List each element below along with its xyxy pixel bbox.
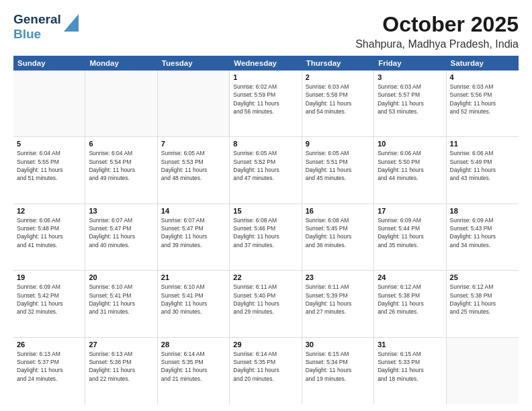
cell-info: Sunrise: 6:15 AM Sunset: 5:34 PM Dayligh…	[306, 350, 370, 383]
cell-info: Sunrise: 6:04 AM Sunset: 5:54 PM Dayligh…	[89, 149, 153, 182]
svg-marker-0	[64, 14, 79, 32]
cell-info: Sunrise: 6:05 AM Sunset: 5:53 PM Dayligh…	[161, 149, 226, 182]
cell-info: Sunrise: 6:05 AM Sunset: 5:51 PM Dayligh…	[306, 149, 370, 182]
calendar-cell: 27Sunrise: 6:13 AM Sunset: 5:36 PM Dayli…	[85, 338, 157, 404]
calendar-row: 1Sunrise: 6:02 AM Sunset: 5:59 PM Daylig…	[13, 71, 519, 137]
cell-info: Sunrise: 6:03 AM Sunset: 5:56 PM Dayligh…	[450, 83, 515, 116]
day-header-monday: Monday	[85, 56, 157, 71]
calendar-cell: 10Sunrise: 6:06 AM Sunset: 5:50 PM Dayli…	[374, 137, 446, 203]
cell-info: Sunrise: 6:14 AM Sunset: 5:35 PM Dayligh…	[161, 350, 226, 383]
cell-info: Sunrise: 6:05 AM Sunset: 5:52 PM Dayligh…	[233, 149, 298, 182]
cell-info: Sunrise: 6:08 AM Sunset: 5:46 PM Dayligh…	[233, 216, 298, 249]
subtitle: Shahpura, Madhya Pradesh, India	[355, 38, 519, 50]
cell-day-number: 8	[233, 140, 298, 148]
calendar-cell: 13Sunrise: 6:07 AM Sunset: 5:47 PM Dayli…	[85, 204, 157, 270]
calendar-cell: 1Sunrise: 6:02 AM Sunset: 5:59 PM Daylig…	[230, 71, 302, 136]
cell-info: Sunrise: 6:06 AM Sunset: 5:50 PM Dayligh…	[378, 149, 442, 182]
cell-day-number: 29	[233, 340, 298, 349]
calendar-cell	[13, 71, 85, 136]
cell-day-number: 6	[89, 140, 153, 148]
calendar-cell	[85, 71, 157, 136]
cell-info: Sunrise: 6:07 AM Sunset: 5:47 PM Dayligh…	[89, 216, 153, 249]
calendar-cell: 8Sunrise: 6:05 AM Sunset: 5:52 PM Daylig…	[230, 137, 302, 203]
calendar-cell: 11Sunrise: 6:06 AM Sunset: 5:49 PM Dayli…	[447, 137, 519, 203]
cell-day-number: 19	[17, 273, 81, 281]
logo-blue: Blue	[13, 27, 61, 42]
cell-day-number: 3	[378, 73, 442, 81]
calendar-cell: 28Sunrise: 6:14 AM Sunset: 5:35 PM Dayli…	[158, 338, 230, 404]
title-block: October 2025 Shahpura, Madhya Pradesh, I…	[355, 12, 519, 50]
day-header-friday: Friday	[374, 56, 446, 71]
cell-day-number: 15	[233, 207, 298, 215]
cell-day-number: 5	[17, 140, 81, 148]
cell-info: Sunrise: 6:04 AM Sunset: 5:55 PM Dayligh…	[17, 149, 81, 182]
cell-day-number: 13	[89, 207, 153, 215]
cell-day-number: 23	[306, 273, 370, 281]
calendar-cell: 17Sunrise: 6:09 AM Sunset: 5:44 PM Dayli…	[374, 204, 446, 270]
cell-info: Sunrise: 6:02 AM Sunset: 5:59 PM Dayligh…	[233, 83, 298, 116]
calendar-row: 12Sunrise: 6:06 AM Sunset: 5:48 PM Dayli…	[13, 204, 519, 271]
day-header-wednesday: Wednesday	[230, 56, 302, 71]
cell-info: Sunrise: 6:03 AM Sunset: 5:57 PM Dayligh…	[378, 83, 442, 116]
calendar-cell: 16Sunrise: 6:08 AM Sunset: 5:45 PM Dayli…	[302, 204, 374, 270]
calendar-row: 19Sunrise: 6:09 AM Sunset: 5:42 PM Dayli…	[13, 271, 519, 337]
cell-info: Sunrise: 6:09 AM Sunset: 5:42 PM Dayligh…	[17, 283, 81, 316]
calendar-cell: 19Sunrise: 6:09 AM Sunset: 5:42 PM Dayli…	[13, 271, 85, 336]
day-header-saturday: Saturday	[447, 56, 519, 71]
cell-day-number: 20	[89, 273, 153, 281]
cell-day-number: 16	[306, 207, 370, 215]
cell-info: Sunrise: 6:08 AM Sunset: 5:45 PM Dayligh…	[306, 216, 370, 249]
calendar-cell: 24Sunrise: 6:12 AM Sunset: 5:38 PM Dayli…	[374, 271, 446, 336]
cell-info: Sunrise: 6:06 AM Sunset: 5:49 PM Dayligh…	[450, 149, 515, 182]
day-header-tuesday: Tuesday	[158, 56, 230, 71]
cell-day-number: 2	[306, 73, 370, 81]
cell-info: Sunrise: 6:09 AM Sunset: 5:43 PM Dayligh…	[450, 216, 515, 249]
cell-day-number: 27	[89, 340, 153, 349]
cell-info: Sunrise: 6:06 AM Sunset: 5:48 PM Dayligh…	[17, 216, 81, 249]
calendar-cell: 25Sunrise: 6:12 AM Sunset: 5:38 PM Dayli…	[447, 271, 519, 336]
cell-day-number: 14	[161, 207, 226, 215]
cell-day-number: 31	[378, 340, 442, 349]
calendar-row: 5Sunrise: 6:04 AM Sunset: 5:55 PM Daylig…	[13, 137, 519, 203]
cell-info: Sunrise: 6:13 AM Sunset: 5:36 PM Dayligh…	[89, 350, 153, 383]
day-header-thursday: Thursday	[302, 56, 374, 71]
cell-day-number: 28	[161, 340, 226, 349]
cell-day-number: 10	[378, 140, 442, 148]
cell-day-number: 30	[306, 340, 370, 349]
logo-icon	[64, 14, 79, 32]
calendar-cell: 21Sunrise: 6:10 AM Sunset: 5:41 PM Dayli…	[158, 271, 230, 336]
calendar-cell: 29Sunrise: 6:14 AM Sunset: 5:35 PM Dayli…	[230, 338, 302, 404]
calendar-cell: 14Sunrise: 6:07 AM Sunset: 5:47 PM Dayli…	[158, 204, 230, 270]
cell-day-number: 9	[306, 140, 370, 148]
cell-info: Sunrise: 6:15 AM Sunset: 5:33 PM Dayligh…	[378, 350, 442, 383]
header: General Blue October 2025 Shahpura, Madh…	[13, 12, 519, 50]
cell-info: Sunrise: 6:12 AM Sunset: 5:38 PM Dayligh…	[378, 283, 442, 316]
cell-day-number: 4	[450, 73, 515, 81]
main-title: October 2025	[355, 12, 519, 37]
cell-day-number: 26	[17, 340, 81, 349]
calendar-grid: 1Sunrise: 6:02 AM Sunset: 5:59 PM Daylig…	[13, 71, 519, 404]
calendar-cell: 31Sunrise: 6:15 AM Sunset: 5:33 PM Dayli…	[374, 338, 446, 404]
calendar-cell: 23Sunrise: 6:11 AM Sunset: 5:39 PM Dayli…	[302, 271, 374, 336]
cell-info: Sunrise: 6:10 AM Sunset: 5:41 PM Dayligh…	[161, 283, 226, 316]
calendar-cell: 15Sunrise: 6:08 AM Sunset: 5:46 PM Dayli…	[230, 204, 302, 270]
calendar-cell: 4Sunrise: 6:03 AM Sunset: 5:56 PM Daylig…	[447, 71, 519, 136]
cell-day-number: 21	[161, 273, 226, 281]
cell-info: Sunrise: 6:07 AM Sunset: 5:47 PM Dayligh…	[161, 216, 226, 249]
calendar-cell: 18Sunrise: 6:09 AM Sunset: 5:43 PM Dayli…	[447, 204, 519, 270]
cell-info: Sunrise: 6:11 AM Sunset: 5:40 PM Dayligh…	[233, 283, 298, 316]
logo-general: General	[13, 12, 61, 27]
calendar-cell: 6Sunrise: 6:04 AM Sunset: 5:54 PM Daylig…	[85, 137, 157, 203]
calendar-cell: 30Sunrise: 6:15 AM Sunset: 5:34 PM Dayli…	[302, 338, 374, 404]
cell-day-number: 7	[161, 140, 226, 148]
calendar-cell	[158, 71, 230, 136]
cell-day-number: 17	[378, 207, 442, 215]
cell-day-number: 22	[233, 273, 298, 281]
cell-info: Sunrise: 6:12 AM Sunset: 5:38 PM Dayligh…	[450, 283, 515, 316]
cell-day-number: 1	[233, 73, 298, 81]
calendar-cell: 7Sunrise: 6:05 AM Sunset: 5:53 PM Daylig…	[158, 137, 230, 203]
cell-info: Sunrise: 6:13 AM Sunset: 5:37 PM Dayligh…	[17, 350, 81, 383]
cell-info: Sunrise: 6:09 AM Sunset: 5:44 PM Dayligh…	[378, 216, 442, 249]
calendar-cell: 22Sunrise: 6:11 AM Sunset: 5:40 PM Dayli…	[230, 271, 302, 336]
cell-info: Sunrise: 6:14 AM Sunset: 5:35 PM Dayligh…	[233, 350, 298, 383]
